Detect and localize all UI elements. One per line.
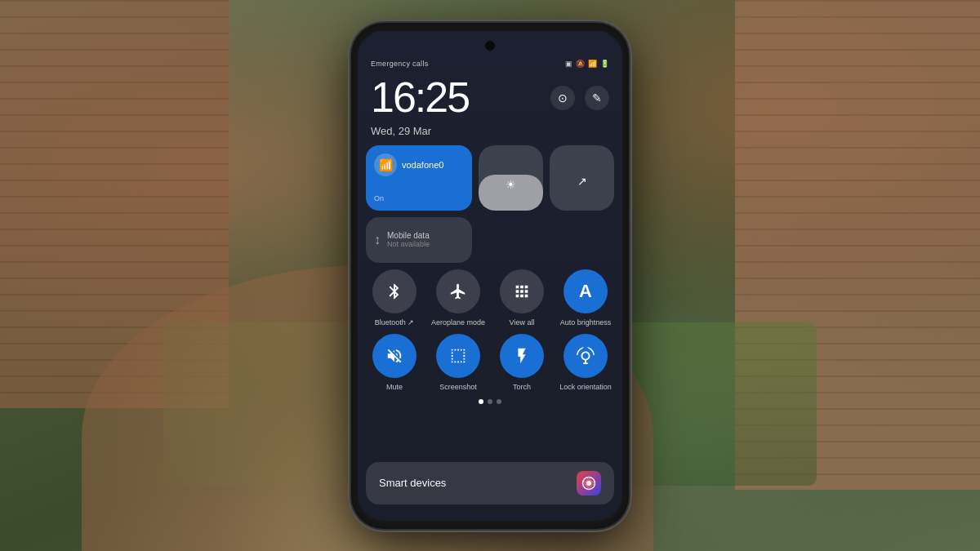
time-actions: ⊙ ✎ — [550, 86, 609, 110]
status-bar: Emergency calls ▣ 🔕 📶 🔋 — [358, 54, 622, 73]
aeroplane-label: Aeroplane mode — [431, 318, 485, 328]
status-icons: ▣ 🔕 📶 🔋 — [565, 60, 609, 68]
mobile-data-label: Mobile data — [387, 231, 430, 240]
wifi-icon-circle: 📶 — [374, 153, 397, 176]
screenshot-label: Screenshot — [439, 383, 477, 393]
svg-point-1 — [586, 481, 591, 486]
settings-shortcut-button[interactable]: ⊙ — [550, 86, 575, 110]
time-area: 16:25 Wed, 29 Mar ⊙ ✎ — [358, 76, 622, 137]
aeroplane-tile[interactable]: Aeroplane mode — [430, 269, 487, 328]
slider-container: ☀ ↗ — [479, 145, 614, 211]
wifi-name: vodafone0 — [402, 160, 443, 170]
dots-indicator — [366, 399, 614, 404]
view-all-label: View all — [510, 318, 535, 328]
settings-icon: ⊙ — [558, 91, 568, 104]
view-all-icon — [513, 282, 531, 300]
screenshot-icon — [449, 347, 467, 365]
wifi-status-icon: 📶 — [588, 60, 597, 68]
torch-icon — [513, 347, 531, 365]
edit-icon: ✎ — [592, 91, 602, 104]
time-display: 16:25 Wed, 29 Mar — [371, 76, 469, 137]
brightness-slider[interactable]: ☀ — [479, 145, 543, 211]
tiles-grid-row1: Bluetooth ↗ Aeroplane mode — [366, 269, 614, 328]
wifi-status: On — [374, 194, 464, 202]
mute-tile[interactable]: Mute — [366, 334, 423, 393]
aeroplane-icon — [449, 282, 467, 300]
torch-circle — [500, 334, 544, 378]
edit-button[interactable]: ✎ — [585, 86, 609, 110]
torch-label: Torch — [513, 383, 531, 393]
dot-3 — [497, 399, 501, 404]
lock-orientation-label: Lock orientation — [559, 383, 612, 393]
auto-brightness-tile[interactable]: A Auto brightness — [557, 269, 614, 328]
mobile-text: Mobile data Not available — [387, 231, 430, 248]
sim-status-icon: ▣ — [565, 60, 572, 68]
auto-brightness-label: Auto brightness — [560, 318, 612, 328]
auto-brightness-icon: A — [579, 281, 592, 302]
wifi-icon: 📶 — [379, 158, 393, 171]
screenshot-circle — [436, 334, 480, 378]
bluetooth-circle — [372, 269, 416, 313]
smart-devices-icon — [577, 471, 601, 495]
dot-1 — [479, 399, 483, 404]
volume-slider[interactable]: ↗ — [550, 145, 614, 211]
bluetooth-label: Bluetooth ↗ — [375, 318, 415, 328]
tiles-grid-row2: Mute Screenshot — [366, 334, 614, 393]
emergency-calls-text: Emergency calls — [371, 60, 429, 68]
volume-icon: ↗ — [577, 175, 587, 188]
tiles-second-row: ↕ Mobile data Not available — [366, 217, 614, 263]
mute-icon — [385, 347, 403, 365]
phone-wrapper: Emergency calls ▣ 🔕 📶 🔋 16:25 Wed, 29 Ma… — [351, 23, 629, 529]
lock-orientation-icon — [577, 347, 595, 365]
quick-tiles-area: 📶 vodafone0 On ☀ — [366, 145, 614, 412]
mute-circle — [372, 334, 416, 378]
bluetooth-icon — [385, 282, 403, 300]
mobile-data-sub: Not available — [387, 240, 430, 248]
battery-status-icon: 🔋 — [600, 60, 609, 68]
date-text: Wed, 29 Mar — [371, 125, 469, 137]
smart-devices-label: Smart devices — [379, 477, 446, 489]
mute-label: Mute — [386, 383, 403, 393]
auto-brightness-circle: A — [564, 269, 608, 313]
dot-2 — [488, 399, 492, 404]
wifi-tile-top: 📶 vodafone0 — [374, 153, 464, 176]
wifi-tile[interactable]: 📶 vodafone0 On — [366, 145, 472, 211]
phone-body: Emergency calls ▣ 🔕 📶 🔋 16:25 Wed, 29 Ma… — [351, 23, 629, 529]
time-text: 16:25 — [371, 76, 469, 118]
wifi-info: vodafone0 — [402, 160, 443, 170]
phone-screen: Emergency calls ▣ 🔕 📶 🔋 16:25 Wed, 29 Ma… — [358, 31, 622, 521]
view-all-tile[interactable]: View all — [493, 269, 550, 328]
brightness-icon: ☀ — [506, 178, 516, 191]
lock-orientation-tile[interactable]: Lock orientation — [557, 334, 614, 393]
lock-orientation-circle — [564, 334, 608, 378]
mute-status-icon: 🔕 — [576, 60, 585, 68]
bluetooth-tile[interactable]: Bluetooth ↗ — [366, 269, 423, 328]
aeroplane-circle — [436, 269, 480, 313]
tiles-top-row: 📶 vodafone0 On ☀ — [366, 145, 614, 211]
mobile-data-icon: ↕ — [374, 233, 381, 247]
screenshot-tile[interactable]: Screenshot — [430, 334, 487, 393]
mobile-data-tile[interactable]: ↕ Mobile data Not available — [366, 217, 472, 263]
home-assistant-icon — [581, 476, 596, 491]
camera-notch — [485, 41, 495, 51]
view-all-circle — [500, 269, 544, 313]
torch-tile[interactable]: Torch — [493, 334, 550, 393]
smart-devices-bar[interactable]: Smart devices — [366, 462, 614, 504]
